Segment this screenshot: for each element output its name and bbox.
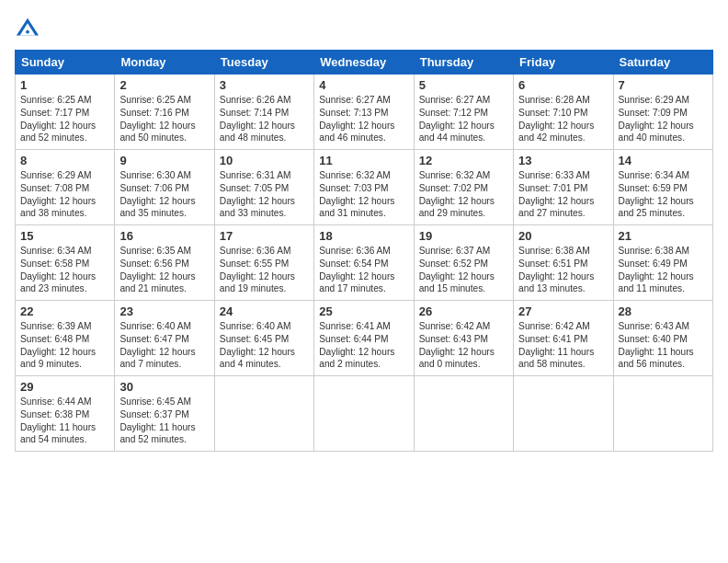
calendar-cell: 17Sunrise: 6:36 AMSunset: 6:55 PMDayligh…: [214, 225, 313, 301]
column-header-friday: Friday: [514, 51, 613, 75]
column-header-saturday: Saturday: [613, 51, 712, 75]
column-header-thursday: Thursday: [414, 51, 513, 75]
cell-details: Sunrise: 6:42 AMSunset: 6:43 PMDaylight:…: [419, 320, 508, 371]
column-header-tuesday: Tuesday: [214, 51, 313, 75]
calendar-cell: 2Sunrise: 6:25 AMSunset: 7:16 PMDaylight…: [115, 75, 214, 150]
day-number: 22: [20, 304, 109, 318]
calendar-cell: [514, 376, 613, 452]
day-number: 11: [319, 154, 408, 167]
day-number: 1: [20, 78, 109, 92]
cell-details: Sunrise: 6:30 AMSunset: 7:06 PMDaylight:…: [119, 169, 209, 220]
day-number: 20: [518, 229, 608, 243]
cell-details: Sunrise: 6:27 AMSunset: 7:12 PMDaylight:…: [419, 94, 508, 144]
day-number: 5: [419, 78, 508, 92]
calendar-cell: 21Sunrise: 6:38 AMSunset: 6:49 PMDayligh…: [613, 225, 712, 301]
calendar-cell: [414, 376, 513, 452]
day-number: 14: [619, 154, 708, 167]
calendar-cell: 16Sunrise: 6:35 AMSunset: 6:56 PMDayligh…: [115, 225, 214, 301]
calendar-cell: 3Sunrise: 6:26 AMSunset: 7:14 PMDaylight…: [214, 75, 313, 150]
calendar-cell: 19Sunrise: 6:37 AMSunset: 6:52 PMDayligh…: [414, 225, 513, 301]
calendar-cell: 14Sunrise: 6:34 AMSunset: 6:59 PMDayligh…: [613, 150, 712, 225]
cell-details: Sunrise: 6:32 AMSunset: 7:02 PMDaylight:…: [419, 169, 508, 220]
header: [15, 11, 713, 40]
calendar-cell: 27Sunrise: 6:42 AMSunset: 6:41 PMDayligh…: [514, 301, 613, 376]
cell-details: Sunrise: 6:42 AMSunset: 6:41 PMDaylight:…: [518, 320, 608, 371]
calendar-cell: 8Sunrise: 6:29 AMSunset: 7:08 PMDaylight…: [16, 150, 115, 225]
day-number: 3: [220, 78, 309, 92]
calendar-table: SundayMondayTuesdayWednesdayThursdayFrid…: [15, 50, 713, 452]
calendar-cell: 13Sunrise: 6:33 AMSunset: 7:01 PMDayligh…: [514, 150, 613, 225]
cell-details: Sunrise: 6:25 AMSunset: 7:17 PMDaylight:…: [20, 94, 109, 144]
day-number: 30: [119, 380, 209, 394]
cell-details: Sunrise: 6:43 AMSunset: 6:40 PMDaylight:…: [619, 320, 708, 371]
calendar-cell: 6Sunrise: 6:28 AMSunset: 7:10 PMDaylight…: [514, 75, 613, 150]
svg-point-2: [26, 30, 29, 34]
day-number: 6: [518, 78, 608, 92]
calendar-cell: 18Sunrise: 6:36 AMSunset: 6:54 PMDayligh…: [314, 225, 414, 301]
calendar-cell: 30Sunrise: 6:45 AMSunset: 6:37 PMDayligh…: [115, 376, 214, 452]
calendar-cell: 22Sunrise: 6:39 AMSunset: 6:48 PMDayligh…: [16, 301, 115, 376]
day-number: 18: [319, 229, 408, 243]
calendar-cell: 29Sunrise: 6:44 AMSunset: 6:38 PMDayligh…: [16, 376, 115, 452]
cell-details: Sunrise: 6:36 AMSunset: 6:55 PMDaylight:…: [220, 245, 309, 295]
week-row-5: 29Sunrise: 6:44 AMSunset: 6:38 PMDayligh…: [16, 376, 713, 452]
day-number: 16: [119, 229, 209, 243]
cell-details: Sunrise: 6:40 AMSunset: 6:45 PMDaylight:…: [220, 320, 309, 371]
day-number: 25: [319, 304, 408, 318]
day-number: 2: [119, 78, 209, 92]
cell-details: Sunrise: 6:39 AMSunset: 6:48 PMDaylight:…: [20, 320, 109, 371]
cell-details: Sunrise: 6:32 AMSunset: 7:03 PMDaylight:…: [319, 169, 408, 220]
cell-details: Sunrise: 6:38 AMSunset: 6:51 PMDaylight:…: [518, 245, 608, 295]
calendar-cell: 11Sunrise: 6:32 AMSunset: 7:03 PMDayligh…: [314, 150, 414, 225]
cell-details: Sunrise: 6:33 AMSunset: 7:01 PMDaylight:…: [518, 169, 608, 220]
cell-details: Sunrise: 6:34 AMSunset: 6:59 PMDaylight:…: [619, 169, 708, 220]
day-number: 7: [619, 78, 708, 92]
day-number: 17: [220, 229, 309, 243]
day-number: 29: [20, 380, 109, 394]
cell-details: Sunrise: 6:41 AMSunset: 6:44 PMDaylight:…: [319, 320, 408, 371]
calendar-cell: 26Sunrise: 6:42 AMSunset: 6:43 PMDayligh…: [414, 301, 513, 376]
cell-details: Sunrise: 6:44 AMSunset: 6:38 PMDaylight:…: [20, 396, 109, 446]
week-row-2: 8Sunrise: 6:29 AMSunset: 7:08 PMDaylight…: [16, 150, 713, 225]
calendar-cell: 4Sunrise: 6:27 AMSunset: 7:13 PMDaylight…: [314, 75, 414, 150]
day-number: 24: [220, 304, 309, 318]
cell-details: Sunrise: 6:34 AMSunset: 6:58 PMDaylight:…: [20, 245, 109, 295]
week-row-3: 15Sunrise: 6:34 AMSunset: 6:58 PMDayligh…: [16, 225, 713, 301]
week-row-4: 22Sunrise: 6:39 AMSunset: 6:48 PMDayligh…: [16, 301, 713, 376]
day-number: 28: [619, 304, 708, 318]
day-number: 19: [419, 229, 508, 243]
calendar-cell: [613, 376, 712, 452]
day-number: 23: [119, 304, 209, 318]
calendar-cell: 7Sunrise: 6:29 AMSunset: 7:09 PMDaylight…: [613, 75, 712, 150]
day-number: 4: [319, 78, 408, 92]
calendar-cell: 20Sunrise: 6:38 AMSunset: 6:51 PMDayligh…: [514, 225, 613, 301]
calendar-cell: [314, 376, 414, 452]
logo: [15, 15, 44, 40]
calendar-cell: 5Sunrise: 6:27 AMSunset: 7:12 PMDaylight…: [414, 75, 513, 150]
day-number: 21: [619, 229, 708, 243]
cell-details: Sunrise: 6:40 AMSunset: 6:47 PMDaylight:…: [119, 320, 209, 371]
calendar-cell: 24Sunrise: 6:40 AMSunset: 6:45 PMDayligh…: [214, 301, 313, 376]
calendar-cell: 23Sunrise: 6:40 AMSunset: 6:47 PMDayligh…: [115, 301, 214, 376]
calendar-cell: 25Sunrise: 6:41 AMSunset: 6:44 PMDayligh…: [314, 301, 414, 376]
column-header-sunday: Sunday: [16, 51, 115, 75]
day-number: 13: [518, 154, 608, 167]
calendar-cell: 28Sunrise: 6:43 AMSunset: 6:40 PMDayligh…: [613, 301, 712, 376]
cell-details: Sunrise: 6:31 AMSunset: 7:05 PMDaylight:…: [220, 169, 309, 220]
calendar-cell: 15Sunrise: 6:34 AMSunset: 6:58 PMDayligh…: [16, 225, 115, 301]
cell-details: Sunrise: 6:38 AMSunset: 6:49 PMDaylight:…: [619, 245, 708, 295]
day-number: 26: [419, 304, 508, 318]
day-number: 9: [119, 154, 209, 167]
week-row-1: 1Sunrise: 6:25 AMSunset: 7:17 PMDaylight…: [16, 75, 713, 150]
day-number: 27: [518, 304, 608, 318]
logo-icon: [15, 15, 40, 40]
day-number: 10: [220, 154, 309, 167]
cell-details: Sunrise: 6:29 AMSunset: 7:08 PMDaylight:…: [20, 169, 109, 220]
calendar-cell: 1Sunrise: 6:25 AMSunset: 7:17 PMDaylight…: [16, 75, 115, 150]
cell-details: Sunrise: 6:25 AMSunset: 7:16 PMDaylight:…: [119, 94, 209, 144]
cell-details: Sunrise: 6:29 AMSunset: 7:09 PMDaylight:…: [619, 94, 708, 144]
cell-details: Sunrise: 6:27 AMSunset: 7:13 PMDaylight:…: [319, 94, 408, 144]
main-container: SundayMondayTuesdayWednesdayThursdayFrid…: [0, 0, 728, 459]
calendar-cell: [214, 376, 313, 452]
cell-details: Sunrise: 6:37 AMSunset: 6:52 PMDaylight:…: [419, 245, 508, 295]
